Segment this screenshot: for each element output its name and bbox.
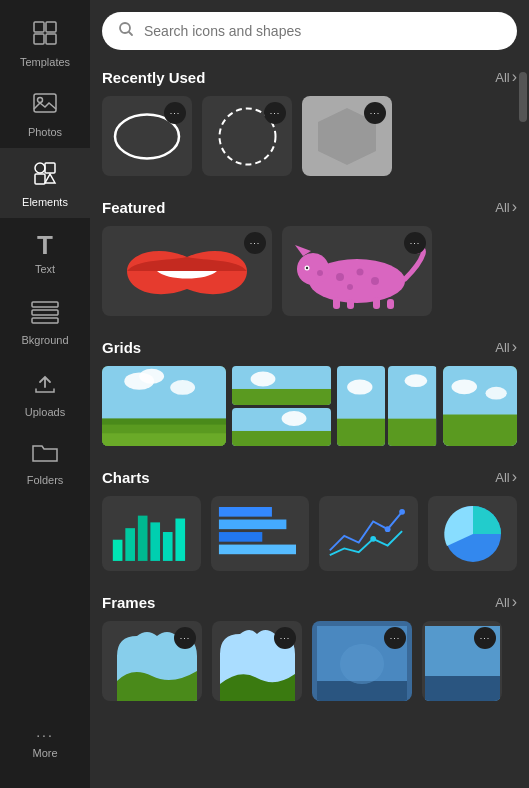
svg-rect-72 [425, 676, 500, 701]
grid-thumb-1[interactable] [102, 366, 226, 446]
svg-rect-34 [102, 433, 226, 446]
svg-rect-55 [125, 528, 135, 561]
frames-row: ··· ··· ··· [102, 621, 517, 701]
grid-2x1-top[interactable] [232, 366, 331, 405]
featured-lips[interactable]: ··· [102, 226, 272, 316]
chevron-right-icon-featured: › [512, 198, 517, 216]
svg-rect-45 [337, 419, 385, 446]
frames-title: Frames [102, 594, 155, 611]
svg-point-30 [305, 266, 307, 268]
chart-thumb-bar[interactable] [102, 496, 201, 571]
svg-rect-7 [45, 163, 55, 173]
chart-thumb-line[interactable] [319, 496, 418, 571]
grid-1x2-left[interactable] [337, 366, 385, 446]
sidebar-item-text[interactable]: T Text [0, 218, 90, 288]
svg-point-20 [336, 273, 344, 281]
svg-rect-1 [46, 22, 56, 32]
chevron-right-icon-charts: › [512, 468, 517, 486]
frame4-more-button[interactable]: ··· [474, 627, 496, 649]
svg-rect-62 [219, 532, 262, 542]
frame-thumb-1[interactable]: ··· [102, 621, 202, 701]
recently-used-header: Recently Used All › [102, 68, 517, 86]
shape-thumb-hexagon[interactable]: ··· [302, 96, 392, 176]
frame-thumb-4[interactable]: ··· [422, 621, 502, 701]
chart-thumb-hbar[interactable] [211, 496, 310, 571]
svg-rect-39 [232, 389, 331, 405]
svg-rect-27 [373, 297, 380, 309]
grid-2x1-bottom[interactable] [232, 408, 331, 447]
svg-point-49 [405, 374, 428, 387]
sidebar-item-more[interactable]: ··· More [0, 708, 90, 778]
grids-header: Grids All › [102, 338, 517, 356]
more-icon: ··· [36, 728, 54, 742]
main-content: Recently Used All › ··· ··· [90, 0, 529, 788]
chart-thumb-pie[interactable] [428, 496, 517, 571]
grids-title: Grids [102, 339, 141, 356]
svg-rect-51 [443, 415, 517, 446]
frames-all[interactable]: All › [495, 593, 517, 611]
grid-thumb-1x2 [337, 366, 436, 446]
svg-point-70 [340, 644, 384, 684]
svg-rect-25 [333, 297, 340, 309]
recently-used-all[interactable]: All › [495, 68, 517, 86]
svg-rect-48 [388, 419, 436, 446]
svg-point-5 [38, 97, 43, 102]
featured-leopard[interactable]: ··· [282, 226, 432, 316]
sidebar-item-label-photos: Photos [28, 126, 62, 138]
svg-rect-59 [175, 519, 185, 561]
featured-header: Featured All › [102, 198, 517, 216]
shape-thumb-ellipse[interactable]: ··· [102, 96, 192, 176]
chevron-right-icon: › [512, 68, 517, 86]
search-input[interactable] [144, 23, 501, 39]
svg-point-24 [317, 270, 323, 276]
grid-thumb-4[interactable] [443, 366, 517, 446]
shape-thumb-circle-dashed[interactable]: ··· [202, 96, 292, 176]
svg-point-43 [282, 411, 307, 426]
grid-thumb-2x1 [232, 366, 331, 446]
svg-point-22 [371, 277, 379, 285]
uploads-icon [31, 369, 59, 401]
featured-all[interactable]: All › [495, 198, 517, 216]
sidebar-item-background[interactable]: Bkground [0, 288, 90, 358]
svg-rect-58 [163, 532, 173, 561]
section-recently-used: Recently Used All › ··· ··· [90, 58, 529, 188]
ellipse-more-button[interactable]: ··· [164, 102, 186, 124]
svg-point-65 [400, 509, 406, 515]
recently-used-row: ··· ··· ··· [102, 96, 517, 176]
section-frames: Frames All › ··· · [90, 583, 529, 713]
section-charts: Charts All › [90, 458, 529, 583]
frame3-more-button[interactable]: ··· [384, 627, 406, 649]
sidebar-item-label-background: Bkground [21, 334, 68, 346]
frame-thumb-2[interactable]: ··· [212, 621, 302, 701]
grids-row [102, 366, 517, 446]
frame-thumb-3[interactable]: ··· [312, 621, 412, 701]
sidebar-item-elements[interactable]: Elements [0, 148, 90, 218]
svg-rect-11 [32, 310, 58, 315]
leopard-more-button[interactable]: ··· [404, 232, 426, 254]
grid-1x2-right[interactable] [388, 366, 436, 446]
lips-more-button[interactable]: ··· [244, 232, 266, 254]
svg-point-6 [35, 163, 45, 173]
frame1-more-button[interactable]: ··· [174, 627, 196, 649]
frames-header: Frames All › [102, 593, 517, 611]
circle-dashed-more-button[interactable]: ··· [264, 102, 286, 124]
scrollbar-thumb[interactable] [519, 72, 527, 122]
grids-all[interactable]: All › [495, 338, 517, 356]
charts-all[interactable]: All › [495, 468, 517, 486]
featured-row: ··· [102, 226, 517, 316]
sidebar-item-templates[interactable]: Templates [0, 8, 90, 78]
sidebar-item-uploads[interactable]: Uploads [0, 358, 90, 428]
hexagon-more-button[interactable]: ··· [364, 102, 386, 124]
svg-rect-3 [46, 34, 56, 44]
frame2-more-button[interactable]: ··· [274, 627, 296, 649]
sidebar-item-photos[interactable]: Photos [0, 78, 90, 148]
svg-point-40 [251, 372, 276, 387]
svg-point-52 [451, 379, 477, 394]
sidebar-item-folders[interactable]: Folders [0, 428, 90, 498]
recently-used-title: Recently Used [102, 69, 205, 86]
svg-point-36 [139, 369, 164, 384]
svg-rect-2 [34, 34, 44, 44]
search-bar [102, 12, 517, 50]
sidebar-item-label-uploads: Uploads [25, 406, 65, 418]
sidebar-item-label-elements: Elements [22, 196, 68, 208]
